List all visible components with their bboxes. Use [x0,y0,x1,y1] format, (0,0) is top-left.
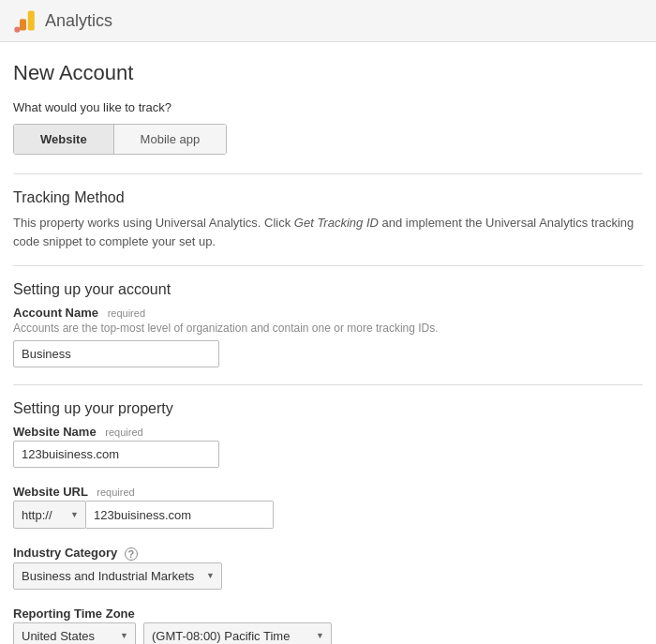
website-name-required-tag: required [105,427,142,438]
website-url-field-group: Website URL required http:// https:// [13,485,643,529]
website-name-label: Website Name required [13,425,643,439]
industry-help-icon[interactable]: ? [125,547,138,561]
website-url-label: Website URL required [13,485,643,499]
divider-account [13,265,643,266]
reporting-row: United States United Kingdom Canada (GMT… [13,622,643,644]
website-url-input[interactable] [86,501,274,529]
timezone-select-wrapper: (GMT-08:00) Pacific Time (GMT-07:00) Mou… [143,622,332,644]
protocol-select[interactable]: http:// https:// [13,501,86,529]
track-type-tabs: Website Mobile app [13,124,227,155]
tab-website[interactable]: Website [14,125,114,154]
tracking-desc: This property works using Universal Anal… [13,214,643,250]
url-row: http:// https:// [13,501,643,529]
main-content: New Account What would you like to track… [0,42,656,644]
protocol-select-wrapper: http:// https:// [13,501,86,529]
country-select[interactable]: United States United Kingdom Canada [13,622,136,644]
account-name-field-group: Account Name required Accounts are the t… [13,306,643,367]
google-analytics-logo-icon [13,7,39,34]
country-select-wrapper: United States United Kingdom Canada [13,622,136,644]
website-name-input[interactable] [13,441,219,468]
industry-label: Industry Category ? [13,546,643,561]
tab-mobile-app[interactable]: Mobile app [114,125,227,154]
page-title: New Account [13,61,643,85]
account-name-input[interactable] [13,340,219,367]
svg-rect-0 [28,11,35,31]
account-section-heading: Setting up your account [13,281,643,298]
tracking-method-heading: Tracking Method [13,189,643,206]
tracking-desc-before: This property works using Universal Anal… [13,216,294,230]
account-name-label: Account Name required [13,306,643,320]
tracking-desc-link: Get Tracking ID [294,216,379,230]
track-question: What would you like to track? [13,100,643,114]
account-name-hint: Accounts are the top-most level of organ… [13,322,643,335]
industry-select[interactable]: Business and Industrial Markets Arts and… [13,562,222,590]
timezone-select[interactable]: (GMT-08:00) Pacific Time (GMT-07:00) Mou… [143,622,332,644]
account-name-required-tag: required [108,307,145,319]
timezone-label: Reporting Time Zone [13,607,643,621]
timezone-field-group: Reporting Time Zone United States United… [13,607,643,644]
industry-select-wrapper: Business and Industrial Markets Arts and… [13,562,222,590]
header: Analytics [0,0,656,42]
property-section-heading: Setting up your property [13,400,643,417]
header-title: Analytics [45,11,112,31]
divider-tracking [13,173,643,174]
divider-property [13,384,643,385]
website-url-required-tag: required [97,487,134,498]
svg-point-2 [14,27,20,33]
website-name-field-group: Website Name required [13,425,643,468]
svg-rect-1 [20,19,26,30]
industry-field-group: Industry Category ? Business and Industr… [13,546,643,590]
